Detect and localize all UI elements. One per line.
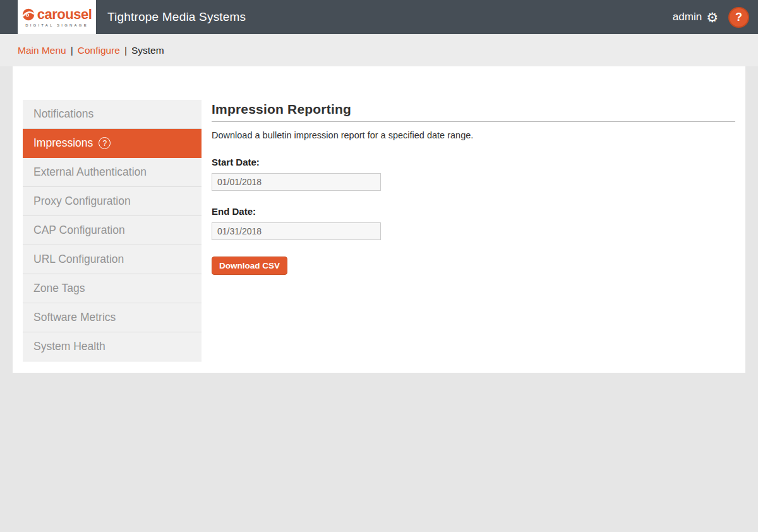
sidebar-item-notifications[interactable]: Notifications (23, 100, 202, 129)
carousel-logo-text: carousel (37, 8, 92, 21)
page: NotificationsImpressions?External Authen… (0, 66, 758, 373)
sidebar-item-software-metrics[interactable]: Software Metrics (23, 303, 202, 332)
help-button[interactable]: ? (728, 7, 749, 28)
gear-icon[interactable]: ⚙ (706, 11, 718, 24)
username[interactable]: admin (673, 11, 702, 23)
help-icon[interactable]: ? (99, 137, 111, 149)
settings-menu: NotificationsImpressions?External Authen… (23, 100, 202, 361)
sidebar-item-proxy-configuration[interactable]: Proxy Configuration (23, 187, 202, 216)
top-bar: carousel DIGITAL SIGNAGE Tightrope Media… (0, 0, 758, 34)
sidebar-item-external-authentication[interactable]: External Authentication (23, 158, 202, 187)
download-csv-button[interactable]: Download CSV (212, 257, 287, 275)
sidebar-item-label: URL Configuration (33, 253, 124, 266)
sidebar-item-zone-tags[interactable]: Zone Tags (23, 274, 202, 303)
start-date-label: Start Date: (212, 157, 735, 167)
panel-description: Download a bulletin impression report fo… (212, 130, 735, 140)
logo-tagline: DIGITAL SIGNAGE (25, 23, 88, 27)
start-date-input[interactable] (212, 173, 381, 191)
breadcrumb-main-menu[interactable]: Main Menu (18, 45, 66, 56)
sidebar-item-label: External Authentication (33, 166, 147, 179)
sidebar-item-label: CAP Configuration (33, 224, 125, 237)
sidebar-item-cap-configuration[interactable]: CAP Configuration (23, 216, 202, 245)
end-date-label: End Date: (212, 206, 735, 217)
sidebar-item-label: Software Metrics (33, 311, 116, 324)
help-question-icon: ? (735, 11, 742, 24)
button-row: Download CSV (212, 255, 735, 275)
sidebar-item-label: Notifications (33, 107, 93, 121)
breadcrumb-separator: | (71, 45, 73, 56)
sidebar-item-label: Proxy Configuration (33, 195, 131, 208)
carousel-logo[interactable]: carousel DIGITAL SIGNAGE (18, 0, 96, 34)
panel-title: Impression Reporting (212, 102, 735, 117)
end-date-input[interactable] (212, 222, 381, 240)
sidebar-item-label: Zone Tags (33, 282, 85, 295)
carousel-logo-icon (22, 8, 35, 21)
impressions-panel: Impression Reporting Download a bulletin… (202, 100, 735, 275)
sidebar-item-url-configuration[interactable]: URL Configuration (23, 245, 202, 274)
sidebar-item-label: System Health (33, 340, 105, 353)
sidebar-item-system-health[interactable]: System Health (23, 332, 202, 361)
sidebar-item-impressions[interactable]: Impressions? (23, 129, 202, 158)
breadcrumb: Main Menu|Configure|System (0, 34, 758, 66)
breadcrumb-system: System (131, 45, 164, 56)
breadcrumb-configure[interactable]: Configure (78, 45, 120, 56)
sidebar-item-label: Impressions (33, 136, 93, 150)
settings-card: NotificationsImpressions?External Authen… (13, 66, 745, 373)
title-divider (212, 121, 735, 122)
app-title: Tightrope Media Systems (107, 10, 246, 24)
breadcrumb-separator: | (124, 45, 127, 56)
logo-row: carousel (22, 8, 92, 21)
